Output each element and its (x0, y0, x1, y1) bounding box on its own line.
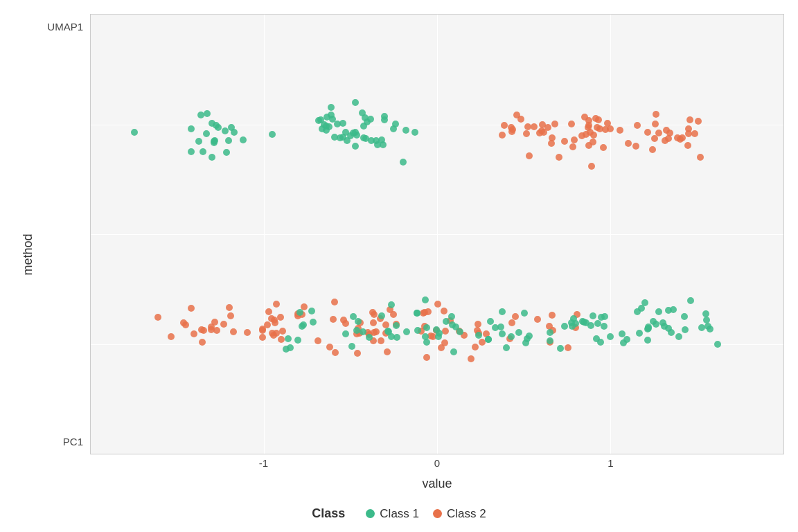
data-dot (384, 348, 391, 355)
data-dot (508, 333, 515, 340)
plot-with-y: UMAP1 PC1 (42, 14, 784, 454)
data-dot (644, 337, 651, 344)
data-dot (649, 146, 656, 153)
data-dot (366, 334, 373, 341)
data-dot (509, 126, 516, 133)
data-dot (385, 328, 392, 335)
data-dot (645, 323, 652, 330)
data-dot (208, 326, 215, 333)
data-dot (623, 336, 630, 343)
data-dot (310, 319, 317, 326)
x-tick-neg1: -1 (250, 457, 278, 469)
data-dot (593, 335, 600, 342)
x-axis-label: value (90, 472, 784, 495)
data-dot (188, 125, 195, 132)
data-dot (190, 330, 197, 337)
legend-dot-class1 (366, 509, 375, 518)
data-dot (199, 339, 206, 346)
data-dot (655, 130, 662, 136)
data-dot (355, 318, 362, 325)
data-dot (547, 329, 553, 336)
data-dot (534, 316, 541, 323)
data-dot (209, 154, 215, 161)
data-dot (561, 138, 568, 145)
data-dot (684, 142, 691, 149)
data-dot (436, 330, 443, 337)
data-dot (549, 312, 556, 319)
data-dot (353, 327, 360, 334)
data-dot (588, 163, 595, 170)
data-dot (323, 123, 330, 130)
data-dot (592, 115, 599, 122)
x-ticks: -1 0 1 (90, 454, 784, 457)
data-dot (434, 301, 441, 308)
data-dot (475, 321, 481, 328)
data-dot (423, 354, 430, 361)
chart-inner: UMAP1 PC1 (42, 14, 784, 495)
grid-h-3 (91, 344, 783, 345)
data-dot (265, 308, 272, 315)
data-dot (272, 319, 278, 326)
data-dot (294, 337, 301, 344)
data-dot (569, 143, 576, 150)
data-dot (492, 324, 499, 331)
data-dot (579, 318, 586, 325)
data-dot (411, 129, 418, 136)
data-dot (468, 355, 475, 362)
data-dot (330, 316, 337, 323)
data-dot (604, 120, 611, 127)
data-dot (317, 116, 324, 123)
data-dot (350, 130, 357, 136)
data-dot (594, 124, 601, 131)
data-dot (685, 130, 692, 137)
data-dot (702, 310, 709, 317)
data-dot (448, 313, 455, 320)
data-dot (651, 135, 658, 142)
data-dot (423, 324, 430, 331)
data-dot (602, 126, 609, 133)
data-dot (195, 138, 202, 145)
data-dot (438, 344, 445, 351)
data-dot (578, 132, 585, 139)
data-dot (515, 329, 522, 336)
data-dot (449, 321, 456, 328)
data-dot (650, 318, 657, 325)
data-dot (665, 307, 672, 314)
data-dot (695, 118, 702, 125)
x-axis-area: -1 0 1 value (42, 454, 784, 495)
data-dot (548, 140, 555, 147)
data-dot (544, 124, 551, 131)
data-dot (501, 122, 508, 129)
data-dot (666, 130, 673, 136)
data-dot (423, 339, 430, 346)
data-dot (223, 149, 230, 156)
data-dot (587, 322, 594, 329)
data-dot (198, 326, 205, 333)
data-dot (213, 122, 220, 129)
data-dot (240, 136, 247, 143)
grid-h-2 (91, 234, 783, 235)
data-dot (475, 332, 482, 339)
legend-item-class1: Class 1 (366, 507, 419, 521)
y-ticks: UMAP1 PC1 (42, 14, 90, 454)
data-dot (652, 121, 659, 127)
data-dot (450, 348, 457, 355)
data-dot (682, 326, 689, 333)
data-dot (512, 313, 519, 320)
data-dot (131, 129, 138, 136)
data-dot (352, 99, 359, 106)
data-dot (154, 314, 161, 321)
data-dot (200, 148, 206, 155)
data-dot (378, 337, 384, 344)
data-dot (681, 313, 688, 320)
data-dot (342, 129, 349, 136)
data-dot (644, 129, 651, 136)
legend-item-class2: Class 2 (433, 507, 486, 521)
data-dot (342, 320, 349, 327)
data-dot (226, 304, 233, 311)
data-dot (331, 134, 338, 141)
data-dot (499, 308, 506, 315)
legend-label-class2: Class 2 (447, 507, 486, 521)
data-dot (308, 308, 315, 314)
data-dot (259, 334, 266, 341)
